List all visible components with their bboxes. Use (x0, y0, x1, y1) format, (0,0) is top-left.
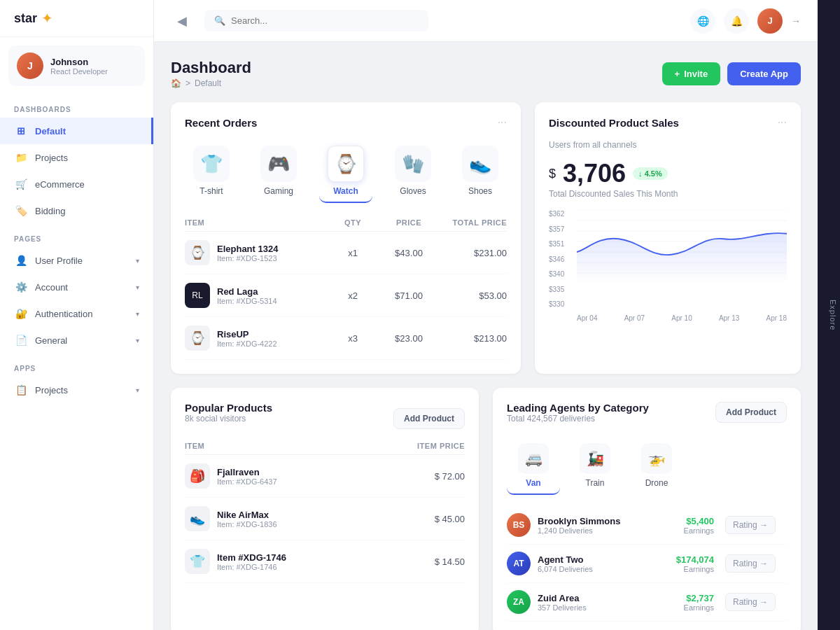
product-image: 👕 (185, 549, 210, 574)
chart-y-labels: $362 $357 $351 $346 $340 $335 $330 (549, 210, 564, 308)
user-name: Johnson (50, 57, 108, 67)
table-row: ⌚ Elephant 1324 Item: #XDG-1523 x1 $43.0… (185, 232, 507, 274)
products-header: Popular Products 8k social visitors Add … (185, 402, 465, 435)
x-label: Apr 07 (624, 314, 645, 322)
agent-deliveries: 1,240 Deliveries (538, 526, 620, 535)
agent-deliveries: 6,074 Deliveries (538, 565, 593, 573)
breadcrumb: 🏠 > Default (171, 78, 251, 88)
gaming-icon: 🎮 (260, 146, 297, 182)
card-header: Recent Orders ··· (185, 116, 507, 129)
tab-gaming[interactable]: 🎮 Gaming (252, 140, 305, 203)
explore-button[interactable]: Explore (826, 294, 840, 336)
rating-button[interactable]: Rating → (725, 554, 776, 573)
product-price: $ 45.00 (381, 514, 465, 524)
create-app-button[interactable]: Create App (727, 62, 801, 85)
sidebar-item-label: Projects (35, 385, 129, 396)
more-menu-icon[interactable]: ··· (778, 116, 787, 129)
sidebar-item-projects[interactable]: 📁 Projects (0, 144, 153, 171)
item-details: RiseUP Item: #XDG-4222 (217, 329, 277, 348)
table-row: RL Red Laga Item: #XDG-5314 x2 $71.00 $5… (185, 274, 507, 317)
order-item-info: RL Red Laga Item: #XDG-5314 (185, 283, 325, 308)
agent-stat: $174,074 Earnings (676, 554, 714, 573)
table-header: ITEM QTY PRICE TOTAL PRICE (185, 214, 507, 232)
col-price: PRICE (381, 218, 437, 227)
y-label: $330 (549, 300, 564, 308)
agents-tabs: 🚐 Van 🚂 Train 🚁 Drone (507, 438, 787, 495)
sales-badge: ↓ 4.5% (633, 167, 668, 180)
chevron-down-icon: ▾ (136, 284, 139, 291)
tab-label: Shoes (468, 186, 492, 196)
product-details: Item #XDG-1746 Item: #XDG-1746 (217, 552, 286, 571)
tab-tshirt[interactable]: 👕 T-shirt (185, 140, 238, 203)
item-sku: Item: #XDG-5314 (217, 297, 277, 305)
page-header-buttons: + Invite Create App (662, 62, 801, 85)
shop-icon: 🛒 (14, 177, 28, 191)
agent-avatar: BS (507, 513, 531, 537)
tab-van[interactable]: 🚐 Van (507, 438, 560, 495)
section-dashboards: DASHBOARDS (0, 94, 153, 118)
y-label: $340 (549, 270, 564, 278)
more-menu-icon[interactable]: ··· (498, 116, 507, 129)
col-total: TOTAL PRICE (437, 218, 507, 227)
search-input[interactable] (231, 15, 419, 26)
chart-x-labels: Apr 04 Apr 07 Apr 10 Apr 13 Apr 18 (577, 314, 787, 322)
rating-button[interactable]: Rating → (725, 516, 776, 534)
tab-shoes[interactable]: 👟 Shoes (454, 140, 507, 203)
agent-earnings: $5,400 (684, 516, 714, 526)
topbar-actions: 🌐 🔔 J → (690, 8, 801, 34)
add-product-button[interactable]: Add Product (715, 402, 787, 423)
leading-agents-card: Leading Agents by Category Total 424,567… (493, 388, 801, 630)
product-sku: Item: #XDG-6437 (217, 477, 277, 486)
item-details: Red Laga Item: #XDG-5314 (217, 286, 277, 305)
user-avatar-button[interactable]: J (757, 8, 783, 34)
y-label: $357 (549, 225, 564, 233)
logo: star ✦ (0, 0, 153, 37)
rating-button[interactable]: Rating → (725, 593, 776, 611)
product-sku: Item: #XDG-1746 (217, 563, 286, 571)
user-icon: 👤 (14, 253, 28, 267)
popular-products-card: Popular Products 8k social visitors Add … (171, 388, 479, 630)
sidebar-item-projects-app[interactable]: 📋 Projects ▾ (0, 377, 153, 403)
agent-deliveries: 357 Deliveries (538, 603, 587, 612)
tab-drone[interactable]: 🚁 Drone (630, 438, 683, 495)
products-title: Popular Products (185, 402, 272, 414)
sidebar-item-authentication[interactable]: 🔐 Authentication ▾ (0, 300, 153, 327)
search-box[interactable]: 🔍 (204, 10, 428, 31)
invite-button[interactable]: + Invite (662, 62, 721, 85)
sidebar-item-account[interactable]: ⚙️ Account ▾ (0, 274, 153, 300)
add-product-button[interactable]: Add Product (393, 408, 465, 429)
sidebar-item-default[interactable]: ⊞ Default (0, 118, 153, 144)
products-subtitle: 8k social visitors (185, 414, 272, 424)
sales-amount: $ 3,706 ↓ 4.5% (549, 161, 787, 186)
tab-watch[interactable]: ⌚ Watch (319, 140, 372, 203)
agents-list: BS Brooklyn Simmons 1,240 Deliveries $5,… (507, 506, 787, 622)
x-label: Apr 18 (766, 314, 787, 322)
page-title-group: Dashboard 🏠 > Default (171, 59, 251, 88)
notification-icon-button[interactable]: 🔔 (724, 8, 749, 34)
user-profile-card[interactable]: J Johnson React Developer (8, 46, 145, 86)
tab-gloves[interactable]: 🧤 Gloves (386, 140, 440, 203)
y-label: $335 (549, 286, 564, 293)
sidebar-item-ecommerce[interactable]: 🛒 eCommerce (0, 171, 153, 197)
item-total: $231.00 (437, 248, 507, 258)
item-qty: x1 (325, 248, 381, 258)
agent-name: Agent Two (538, 554, 593, 565)
list-item: AT Agent Two 6,074 Deliveries $174,074 E… (507, 545, 787, 583)
tab-train[interactable]: 🚂 Train (568, 438, 622, 495)
agent-details: Agent Two 6,074 Deliveries (538, 554, 593, 573)
chevron-down-icon: ▾ (136, 257, 139, 265)
sidebar-item-bidding[interactable]: 🏷️ Bidding (0, 197, 153, 224)
sidebar-item-general[interactable]: 📄 General ▾ (0, 327, 153, 354)
bottom-row-grid: Popular Products 8k social visitors Add … (171, 388, 801, 630)
right-panel: Explore Help Buy now (818, 0, 840, 630)
item-price: $43.00 (381, 248, 437, 258)
sidebar-item-label: Default (35, 126, 137, 136)
sidebar-toggle-button[interactable]: ◀ (171, 10, 193, 32)
sidebar-item-user-profile[interactable]: 👤 User Profile ▾ (0, 247, 153, 274)
top-row-grid: Recent Orders ··· 👕 T-shirt 🎮 Gaming ⌚ W… (171, 102, 801, 374)
item-image: ⌚ (185, 240, 210, 265)
item-sku: Item: #XDG-1523 (217, 254, 278, 262)
item-name: RiseUP (217, 329, 277, 340)
globe-icon-button[interactable]: 🌐 (690, 8, 715, 34)
train-icon: 🚂 (580, 443, 610, 474)
